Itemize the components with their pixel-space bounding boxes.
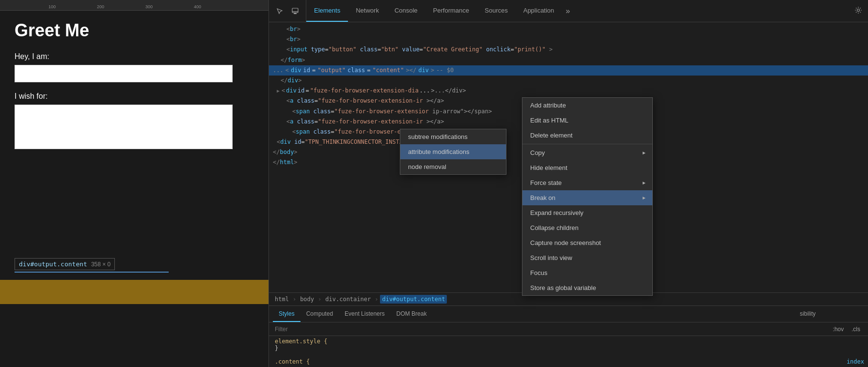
dom-line-selected[interactable]: ... <div id="output" class="content" ></…	[269, 65, 868, 76]
ruler-mark: 200	[97, 4, 104, 9]
ctx-separator-1	[522, 144, 652, 144]
index-link[interactable]: index	[847, 358, 864, 365]
element-tooltip: div#output.content 358 × 0	[15, 258, 115, 270]
ctx-capture-screenshot[interactable]: Capture node screenshot	[522, 235, 652, 250]
ctx-force-state[interactable]: Force state ►	[522, 175, 652, 190]
element-highlight	[15, 272, 169, 273]
svg-point-3	[857, 9, 860, 11]
ctx-add-attribute[interactable]: Add attribute	[522, 98, 652, 113]
dom-line[interactable]: </div>	[269, 76, 868, 86]
element-tooltip-tag: div#output.content	[19, 260, 87, 268]
wish-textarea[interactable]	[15, 105, 233, 149]
ctx-store-global[interactable]: Store as global variable	[522, 280, 652, 295]
form-label-name: Hey, I am:	[15, 52, 254, 61]
tab-network[interactable]: Network	[348, 0, 387, 22]
element-tooltip-size: 358 × 0	[91, 261, 110, 268]
tab-more-panels[interactable]: sibility	[432, 306, 864, 322]
panel-tabs: Styles Computed Event Listeners DOM Brea…	[269, 306, 868, 322]
brown-bar	[0, 280, 268, 304]
css-rule-element: element.style {	[275, 338, 862, 345]
hov-button[interactable]: :hov	[831, 325, 846, 333]
breadcrumb-item-body[interactable]: body	[298, 295, 316, 304]
ctx-hide-element[interactable]: Hide element	[522, 160, 652, 175]
svg-rect-0	[292, 8, 298, 13]
tab-elements[interactable]: Elements	[306, 0, 348, 22]
breadcrumb-item-div-container[interactable]: div.container	[323, 295, 373, 304]
webpage-content: Greet Me Hey, I am: I wish for:	[0, 11, 268, 168]
name-input[interactable]	[15, 65, 233, 82]
inspect-icon[interactable]	[273, 4, 286, 18]
submenu-attribute-modifications[interactable]: attribute modifications	[400, 144, 506, 159]
break-on-arrow: ►	[642, 195, 647, 200]
device-icon[interactable]	[288, 4, 302, 18]
css-rule-close: }	[275, 345, 862, 352]
context-menu: Add attribute Edit as HTML Delete elemen…	[522, 97, 653, 296]
dom-line[interactable]: ▶ <div id="fuze-for-browser-extension-di…	[269, 86, 868, 96]
ruler-mark: 400	[194, 4, 201, 9]
tab-console[interactable]: Console	[387, 0, 426, 22]
filter-input[interactable]	[275, 326, 372, 333]
dom-line[interactable]: <br>	[269, 34, 868, 45]
tab-event-listeners[interactable]: Event Listeners	[339, 306, 391, 322]
breadcrumb-item-div-output[interactable]: div#output.content	[380, 295, 447, 304]
breadcrumb-item-html[interactable]: html	[273, 295, 291, 304]
devtools-icons	[269, 0, 306, 22]
webpage-preview: 100 200 300 400 Greet Me Hey, I am: I wi…	[0, 0, 268, 367]
ctx-focus[interactable]: Focus	[522, 265, 652, 280]
dom-line[interactable]: <input type="button" class="btn" value="…	[269, 45, 868, 55]
ctx-delete-element[interactable]: Delete element	[522, 128, 652, 143]
css-code: element.style { } .content {	[269, 336, 868, 367]
page-title: Greet Me	[15, 20, 254, 41]
submenu-node-removal[interactable]: node removal	[400, 159, 506, 174]
styles-filter-bar: :hov .cls	[269, 322, 868, 336]
tab-application[interactable]: Application	[516, 0, 562, 22]
submenu-subtree-modifications[interactable]: subtree modifications	[400, 129, 506, 144]
cls-button[interactable]: .cls	[850, 325, 862, 333]
devtools-toolbar: Elements Network Console Performance Sou…	[269, 0, 868, 22]
tab-styles[interactable]: Styles	[273, 306, 300, 322]
tab-dom-breakpoints[interactable]: DOM Break	[391, 306, 433, 322]
ruler-mark: 300	[145, 4, 153, 9]
ctx-collapse-children[interactable]: Collapse children	[522, 220, 652, 235]
settings-icon[interactable]	[849, 6, 868, 16]
ctx-copy[interactable]: Copy ►	[522, 145, 652, 160]
svg-rect-1	[294, 13, 297, 14]
ruler-top: 100 200 300 400	[0, 0, 268, 11]
form-label-wish: I wish for:	[15, 92, 254, 101]
ctx-break-on[interactable]: Break on ►	[522, 190, 652, 205]
tab-sources[interactable]: Sources	[477, 0, 516, 22]
devtools-panel: Elements Network Console Performance Sou…	[268, 0, 868, 367]
tab-more[interactable]: »	[562, 7, 574, 15]
ctx-scroll-into-view[interactable]: Scroll into view	[522, 250, 652, 265]
force-state-arrow: ►	[642, 180, 647, 185]
dom-line[interactable]: <br>	[269, 24, 868, 34]
css-rule-content: .content {	[275, 358, 862, 365]
tab-performance[interactable]: Performance	[426, 0, 477, 22]
dom-line[interactable]: </form>	[269, 55, 868, 65]
copy-submenu-arrow: ►	[642, 150, 647, 155]
tab-computed[interactable]: Computed	[300, 306, 339, 322]
ctx-edit-as-html[interactable]: Edit as HTML	[522, 113, 652, 128]
devtools-tabs: Elements Network Console Performance Sou…	[306, 0, 849, 22]
dom-area: <br> <br> <input type="button" class="bt…	[269, 22, 868, 367]
break-on-submenu: subtree modifications attribute modifica…	[400, 129, 506, 175]
ctx-expand-recursively[interactable]: Expand recursively	[522, 205, 652, 220]
ruler-mark: 100	[48, 4, 56, 9]
